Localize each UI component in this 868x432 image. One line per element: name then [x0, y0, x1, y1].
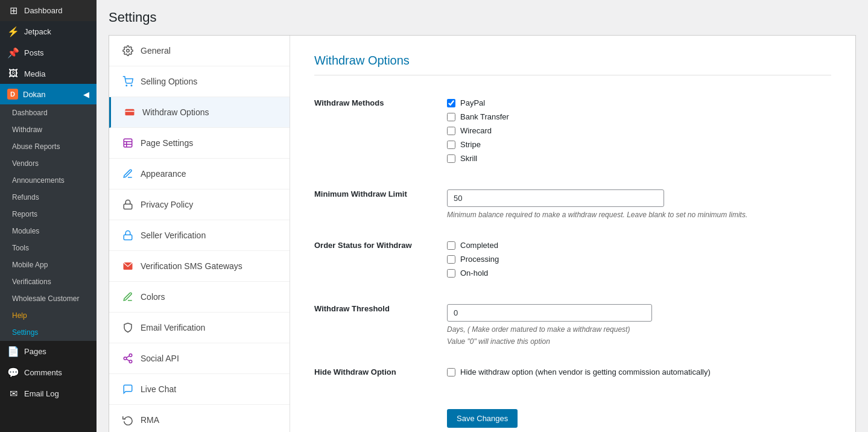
wirecard-checkbox[interactable]	[447, 127, 455, 135]
hide-withdraw-label: Hide Withdraw Option	[314, 357, 447, 392]
wirecard-label: Wirecard	[460, 126, 492, 135]
sub-nav-abuse[interactable]: Abuse Reports	[0, 138, 97, 155]
sidebar-item-selling-options[interactable]: Selling Options	[109, 66, 290, 97]
email-verify-icon	[121, 321, 135, 334]
nav-dokan[interactable]: D Dokan ◀	[0, 84, 97, 104]
sidebar-item-verification-sms[interactable]: Verification SMS Gateways	[109, 251, 290, 282]
social-icon	[121, 352, 135, 365]
paypal-option: PayPal	[447, 98, 831, 107]
dokan-icon: D	[7, 89, 18, 100]
paypal-label: PayPal	[460, 98, 485, 107]
withdraw-threshold-desc2: Value "0" will inactive this option	[447, 337, 831, 346]
svg-point-0	[127, 49, 130, 52]
settings-layout: General Selling Options Withdraw Options…	[109, 35, 856, 432]
on-hold-checkbox[interactable]	[447, 269, 455, 278]
sub-nav-withdraw[interactable]: Withdraw	[0, 121, 97, 138]
bank-transfer-label: Bank Transfer	[460, 112, 509, 121]
rma-icon	[121, 413, 135, 427]
nav-posts[interactable]: 📌 Posts	[0, 42, 97, 63]
nav-email-log[interactable]: ✉ Email Log	[0, 383, 97, 404]
min-withdraw-td: Minimum balance required to make a withd…	[447, 179, 831, 230]
paypal-checkbox[interactable]	[447, 99, 455, 107]
settings-sidebar: General Selling Options Withdraw Options…	[109, 36, 290, 432]
stripe-label: Stripe	[460, 140, 481, 149]
sub-nav-help[interactable]: Help	[0, 307, 97, 324]
sidebar-item-email-verification[interactable]: Email Verification	[109, 313, 290, 343]
sidebar-item-withdraw-options[interactable]: Withdraw Options	[109, 97, 290, 128]
gear-icon	[121, 44, 135, 57]
sidebar-item-colors[interactable]: Colors	[109, 282, 290, 313]
svg-line-15	[126, 359, 129, 361]
min-withdraw-label: Minimum Withdraw Limit	[314, 179, 447, 230]
sub-nav-reports[interactable]: Reports	[0, 206, 97, 223]
order-status-options: Completed Processing On-hold	[447, 230, 831, 293]
dashboard-icon: ⊞	[7, 5, 19, 16]
comments-icon: 💬	[7, 367, 19, 378]
withdraw-methods-options: PayPal Bank Transfer Wirecard	[447, 87, 831, 179]
section-title: Withdraw Options	[314, 54, 831, 75]
completed-label: Completed	[460, 241, 498, 250]
main-content: Settings General Selling Options With	[97, 0, 868, 432]
svg-rect-10	[124, 235, 132, 240]
sub-nav-refunds[interactable]: Refunds	[0, 189, 97, 206]
nav-jetpack[interactable]: ⚡ Jetpack	[0, 21, 97, 42]
sub-nav-dashboard[interactable]: Dashboard	[0, 104, 97, 121]
stripe-checkbox[interactable]	[447, 141, 455, 149]
bottom-nav: 📄 Pages 💬 Comments ✉ Email Log	[0, 341, 97, 404]
on-hold-label: On-hold	[460, 268, 488, 278]
nav-dashboard[interactable]: ⊞ Dashboard	[0, 0, 97, 21]
sidebar-item-social-api[interactable]: Social API	[109, 343, 290, 374]
order-status-label: Order Status for Withdraw	[314, 230, 447, 293]
sub-nav-announcements[interactable]: Announcements	[0, 172, 97, 189]
svg-point-2	[131, 85, 132, 86]
hide-withdraw-row: Hide Withdraw Option Hide withdraw optio…	[314, 357, 831, 392]
skrill-option: Skrill	[447, 154, 831, 163]
sidebar-item-general[interactable]: General	[109, 36, 290, 66]
sub-nav-mobile[interactable]: Mobile App	[0, 256, 97, 273]
sub-nav-verifications[interactable]: Verifications	[0, 273, 97, 290]
settings-form-table: Withdraw Methods PayPal Bank Transfer	[314, 87, 831, 432]
pages-icon: 📄	[7, 346, 19, 357]
seller-verification-icon	[121, 229, 135, 242]
nav-comments[interactable]: 💬 Comments	[0, 362, 97, 383]
sidebar-item-page-settings[interactable]: Page Settings	[109, 128, 290, 159]
svg-rect-9	[124, 204, 132, 209]
page-settings-icon	[121, 136, 135, 150]
completed-checkbox[interactable]	[447, 241, 455, 250]
sidebar-item-seller-verification[interactable]: Seller Verification	[109, 220, 290, 251]
svg-point-1	[126, 85, 127, 86]
hide-withdraw-checkbox[interactable]	[447, 368, 455, 376]
withdraw-threshold-td: Days, ( Make order matured to make a wit…	[447, 293, 831, 357]
withdraw-methods-label: Withdraw Methods	[314, 87, 447, 179]
sidebar-item-appearance[interactable]: Appearance	[109, 159, 290, 189]
save-changes-button[interactable]: Save Changes	[447, 409, 518, 428]
svg-rect-5	[124, 139, 132, 147]
dokan-chevron: ◀	[83, 90, 89, 99]
sub-nav-vendors[interactable]: Vendors	[0, 155, 97, 172]
min-withdraw-input[interactable]	[447, 189, 664, 207]
min-withdraw-row: Minimum Withdraw Limit Minimum balance r…	[314, 179, 831, 230]
bank-transfer-option: Bank Transfer	[447, 112, 831, 121]
withdraw-icon	[123, 106, 136, 119]
nav-pages[interactable]: 📄 Pages	[0, 341, 97, 362]
sms-icon	[121, 259, 135, 273]
bank-transfer-checkbox[interactable]	[447, 113, 455, 121]
sub-nav-modules[interactable]: Modules	[0, 223, 97, 240]
sidebar-item-privacy-policy[interactable]: Privacy Policy	[109, 189, 290, 220]
cart-icon	[121, 75, 135, 88]
on-hold-option: On-hold	[447, 268, 831, 278]
dokan-sub-nav: Dashboard Withdraw Abuse Reports Vendors…	[0, 104, 97, 341]
sub-nav-tools[interactable]: Tools	[0, 240, 97, 256]
hide-withdraw-option: Hide withdraw option (when vendor is get…	[447, 367, 831, 376]
skrill-checkbox[interactable]	[447, 154, 455, 163]
processing-label: Processing	[460, 255, 499, 264]
sidebar-item-live-chat[interactable]: Live Chat	[109, 374, 290, 405]
nav-media[interactable]: 🖼 Media	[0, 63, 97, 84]
withdraw-threshold-input[interactable]	[447, 304, 652, 322]
sidebar-item-rma[interactable]: RMA	[109, 405, 290, 432]
sub-nav-settings[interactable]: Settings	[0, 324, 97, 341]
withdraw-threshold-desc1: Days, ( Make order matured to make a wit…	[447, 325, 831, 334]
sub-nav-wholesale[interactable]: Wholesale Customer	[0, 290, 97, 307]
svg-line-16	[126, 356, 129, 358]
processing-checkbox[interactable]	[447, 255, 455, 264]
